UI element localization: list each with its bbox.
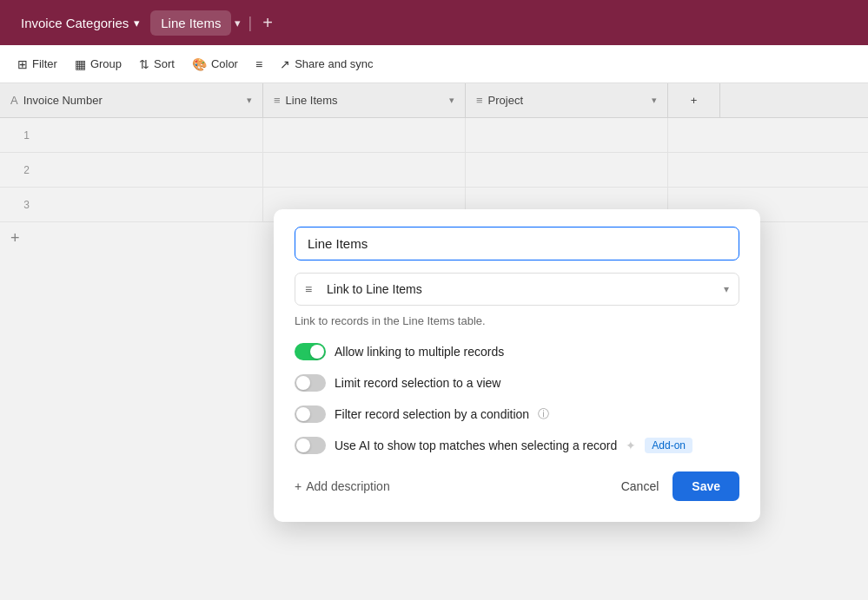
cancel-button[interactable]: Cancel bbox=[607, 472, 673, 500]
toggle-thumb bbox=[310, 345, 324, 359]
group-label: Group bbox=[90, 57, 122, 70]
use-ai-toggle[interactable] bbox=[295, 437, 326, 454]
title-bar: Invoice Categories ▾ Line Items ▾ | + bbox=[0, 0, 868, 45]
save-button[interactable]: Save bbox=[673, 471, 739, 501]
color-icon: 🎨 bbox=[192, 57, 207, 71]
filter-condition-label: Filter record selection by a condition bbox=[335, 407, 529, 421]
modal-description: Link to records in the Line Items table. bbox=[295, 314, 739, 327]
sparkle-icon: ✦ bbox=[626, 438, 636, 452]
fields-icon: ≡ bbox=[255, 57, 262, 71]
toolbar: ⊞ Filter ▦ Group ⇅ Sort 🎨 Color ≡ ↗ Shar… bbox=[0, 45, 868, 83]
toggle-thumb bbox=[296, 376, 310, 390]
active-tab[interactable]: Line Items bbox=[150, 10, 231, 36]
sort-button[interactable]: ⇅ Sort bbox=[132, 53, 182, 76]
filter-condition-toggle[interactable] bbox=[295, 405, 326, 423]
limit-selection-label: Limit record selection to a view bbox=[335, 376, 500, 390]
field-name-input[interactable] bbox=[295, 227, 739, 260]
limit-selection-toggle[interactable] bbox=[295, 374, 326, 392]
option-filter-condition: Filter record selection by a condition ⓘ bbox=[295, 405, 739, 423]
toggle-thumb bbox=[296, 407, 310, 421]
field-editor-modal: ≡ Link to Line Items ▾ Link to records i… bbox=[274, 209, 760, 522]
color-button[interactable]: 🎨 Color bbox=[185, 53, 245, 76]
modal-footer: + Add description Cancel Save bbox=[295, 471, 739, 501]
field-type-icon: ≡ bbox=[305, 282, 312, 296]
title-bar-separator: | bbox=[244, 14, 255, 32]
sort-label: Sort bbox=[154, 57, 175, 70]
add-description-button[interactable]: + Add description bbox=[295, 479, 390, 493]
add-tab-button[interactable]: + bbox=[255, 10, 280, 36]
filter-button[interactable]: ⊞ Filter bbox=[10, 53, 64, 76]
app-name-chevron: ▾ bbox=[134, 16, 140, 30]
add-desc-label: Add description bbox=[306, 479, 390, 493]
tab-dropdown-arrow[interactable]: ▾ bbox=[231, 13, 244, 33]
sort-icon: ⇅ bbox=[139, 57, 149, 71]
app-name-tab[interactable]: Invoice Categories ▾ bbox=[10, 10, 150, 36]
option-limit-selection: Limit record selection to a view bbox=[295, 374, 739, 392]
filter-icon: ⊞ bbox=[17, 57, 28, 71]
share-icon: ↗ bbox=[280, 57, 290, 71]
field-type-select[interactable]: Link to Line Items bbox=[295, 273, 739, 306]
app-name-label: Invoice Categories bbox=[21, 16, 129, 30]
add-desc-plus-icon: + bbox=[295, 479, 301, 493]
addon-badge[interactable]: Add-on bbox=[645, 438, 692, 453]
group-button[interactable]: ▦ Group bbox=[68, 53, 129, 76]
use-ai-label: Use AI to show top matches when selectin… bbox=[335, 438, 617, 452]
color-label: Color bbox=[211, 57, 238, 70]
toggle-thumb bbox=[296, 438, 310, 452]
group-icon: ▦ bbox=[75, 57, 86, 71]
option-allow-multiple: Allow linking to multiple records bbox=[295, 343, 739, 360]
active-tab-label: Line Items bbox=[161, 16, 221, 30]
filter-label: Filter bbox=[32, 57, 57, 70]
field-type-chevron: ▾ bbox=[724, 283, 729, 295]
filter-condition-help-icon: ⓘ bbox=[538, 406, 549, 422]
option-use-ai: Use AI to show top matches when selectin… bbox=[295, 437, 739, 454]
grid-area: A Invoice Number ▾ ≡ Line Items ▾ ≡ Proj… bbox=[0, 83, 868, 600]
share-sync-label: Share and sync bbox=[295, 57, 373, 70]
allow-multiple-toggle[interactable] bbox=[295, 343, 326, 360]
field-type-select-wrap: ≡ Link to Line Items ▾ bbox=[295, 273, 739, 306]
allow-multiple-label: Allow linking to multiple records bbox=[335, 345, 504, 359]
share-sync-button[interactable]: ↗ Share and sync bbox=[273, 53, 380, 76]
fields-button[interactable]: ≡ bbox=[248, 53, 269, 76]
